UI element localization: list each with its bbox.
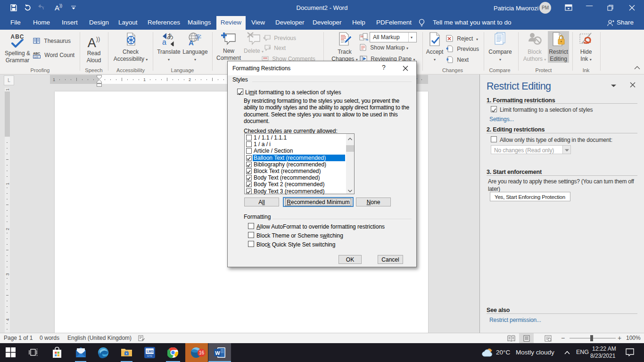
- svg-text:1: 1: [53, 77, 55, 82]
- svg-text:ABC: ABC: [33, 52, 40, 55]
- svg-text:GYD: GYD: [147, 354, 152, 357]
- svg-text:4: 4: [5, 318, 10, 321]
- svg-text:W: W: [215, 350, 220, 356]
- svg-text:3: 3: [5, 273, 10, 275]
- svg-text:123: 123: [34, 56, 38, 58]
- svg-text:LMS: LMS: [147, 350, 154, 353]
- svg-text:あ: あ: [167, 32, 173, 40]
- svg-text:2: 2: [189, 77, 191, 82]
- svg-text:字: 字: [195, 34, 201, 41]
- svg-text:A: A: [189, 39, 194, 46]
- svg-text:1: 1: [5, 88, 10, 90]
- svg-text:1: 1: [143, 77, 146, 82]
- svg-text:a: a: [162, 38, 166, 46]
- svg-text:1: 1: [5, 182, 10, 185]
- svg-text:2: 2: [5, 228, 10, 230]
